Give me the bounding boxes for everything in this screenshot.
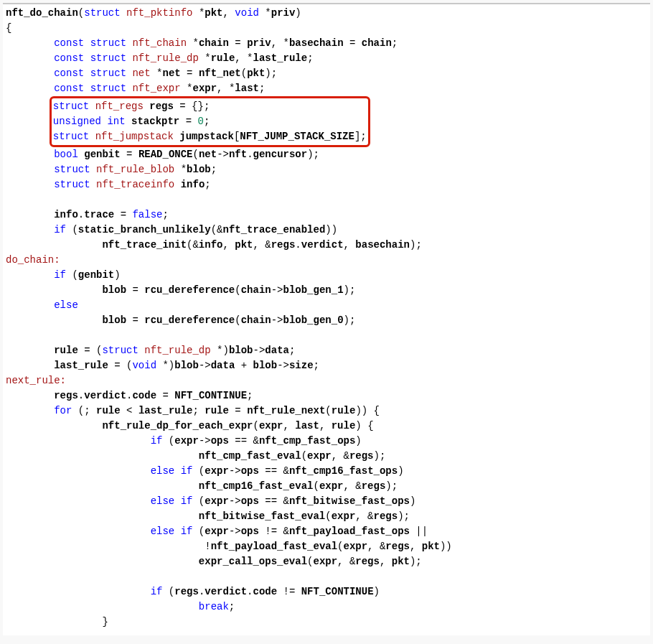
code-line: nft_trace_init(&info, pkt, &regs.verdict…	[6, 238, 647, 253]
code-line: regs.verdict.code = NFT_CONTINUE;	[6, 388, 647, 403]
code-line: if (static_branch_unlikely(&nft_trace_en…	[6, 223, 647, 238]
code-line	[6, 328, 647, 343]
code-line: nft_do_chain(struct nft_pktinfo *pkt, vo…	[6, 6, 647, 21]
code-line: else if (expr->ops == &nft_bitwise_fast_…	[6, 494, 647, 509]
code-line: nft_rule_dp_for_each_expr(expr, last, ru…	[6, 419, 647, 434]
code-line: info.trace = false;	[6, 207, 647, 223]
label-next-rule: next_rule:	[6, 373, 647, 388]
code-line: if (expr->ops == &nft_cmp_fast_ops)	[6, 434, 647, 449]
highlight-box: struct nft_regs regs = {}; unsigned int …	[50, 96, 370, 147]
code-line: struct nft_rule_blob *blob;	[6, 162, 647, 177]
code-line: rule = (struct nft_rule_dp *)blob->data;	[6, 343, 647, 358]
code-line: }	[6, 615, 647, 630]
code-line: for (; rule < last_rule; rule = nft_rule…	[6, 403, 647, 419]
code-line: nft_bitwise_fast_eval(expr, &regs);	[6, 509, 647, 524]
code-line: const struct nft_rule_dp *rule, *last_ru…	[6, 51, 647, 66]
code-line	[6, 192, 647, 207]
code-line: expr_call_ops_eval(expr, &regs, pkt);	[6, 554, 647, 569]
code-line: struct nft_regs regs = {};	[53, 99, 367, 114]
code-line: bool genbit = READ_ONCE(net->nft.gencurs…	[6, 147, 647, 162]
code-line: else	[6, 298, 647, 313]
code-line: struct nft_jumpstack jumpstack[NFT_JUMP_…	[53, 129, 367, 144]
code-line: else if (expr->ops == &nft_cmp16_fast_op…	[6, 464, 647, 479]
code-line: else if (expr->ops != &nft_payload_fast_…	[6, 524, 647, 539]
code-line	[6, 569, 647, 584]
code-line: if (genbit)	[6, 268, 647, 283]
code-line: {	[6, 21, 647, 36]
code-line: !nft_payload_fast_eval(expr, &regs, pkt)…	[6, 539, 647, 554]
code-line: blob = rcu_dereference(chain->blob_gen_0…	[6, 313, 647, 328]
code-line: struct nft_traceinfo info;	[6, 177, 647, 192]
code-line: const struct nft_expr *expr, *last;	[6, 81, 647, 96]
code-line: last_rule = (void *)blob->data + blob->s…	[6, 358, 647, 373]
highlighted-lines-wrapper: struct nft_regs regs = {}; unsigned int …	[6, 96, 647, 147]
label-do-chain: do_chain:	[6, 253, 647, 268]
code-line: nft_cmp_fast_eval(expr, &regs);	[6, 449, 647, 464]
code-line: break;	[6, 599, 647, 615]
code-line: unsigned int stackptr = 0;	[53, 114, 367, 129]
code-line: const struct nft_chain *chain = priv, *b…	[6, 36, 647, 51]
code-block: nft_do_chain(struct nft_pktinfo *pkt, vo…	[3, 3, 650, 635]
function-name: nft_do_chain	[6, 7, 78, 19]
code-line: nft_cmp16_fast_eval(expr, &regs);	[6, 479, 647, 494]
code-line: if (regs.verdict.code != NFT_CONTINUE)	[6, 584, 647, 599]
code-line: const struct net *net = nft_net(pkt);	[6, 66, 647, 81]
code-line: blob = rcu_dereference(chain->blob_gen_1…	[6, 283, 647, 298]
